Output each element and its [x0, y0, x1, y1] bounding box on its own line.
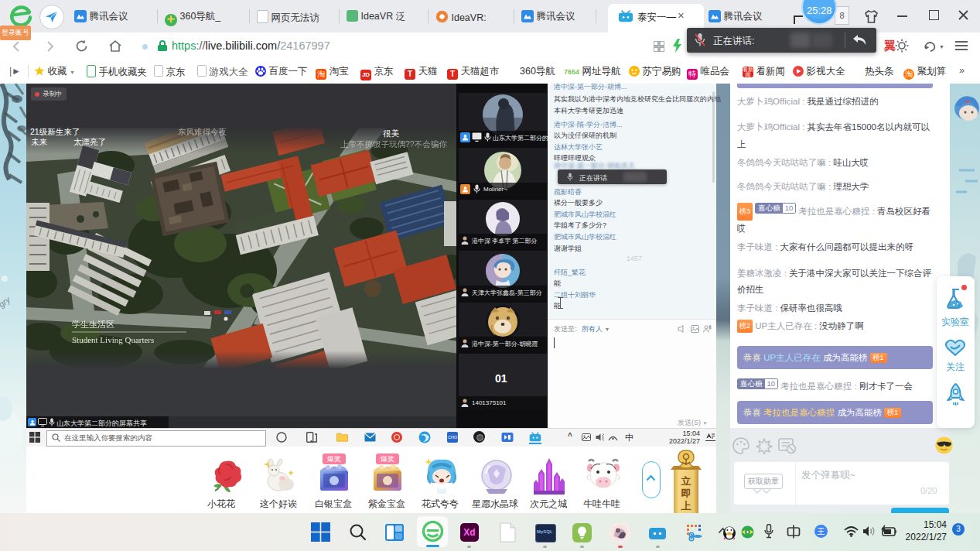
svg-text:gry: gry [0, 294, 12, 310]
svg-text:Student Living Quarters: Student Living Quarters [72, 335, 154, 344]
svg-text:立: 立 [681, 475, 691, 487]
svg-text:学生生活区: 学生生活区 [72, 320, 114, 329]
svg-text:21级新生来了: 21级新生来了 [30, 128, 80, 136]
svg-text:上: 上 [681, 500, 691, 512]
svg-text:太漂亮了: 太漂亮了 [73, 137, 106, 146]
svg-text:东风难得今夜: 东风难得今夜 [178, 128, 227, 136]
svg-text:未来: 未来 [31, 137, 48, 146]
svg-text:上帝不掷骰子玩偶??不会骗你: 上帝不掷骰子玩偶??不会骗你 [340, 139, 447, 149]
svg-text:很美: 很美 [383, 128, 400, 138]
svg-text:即: 即 [681, 488, 691, 499]
